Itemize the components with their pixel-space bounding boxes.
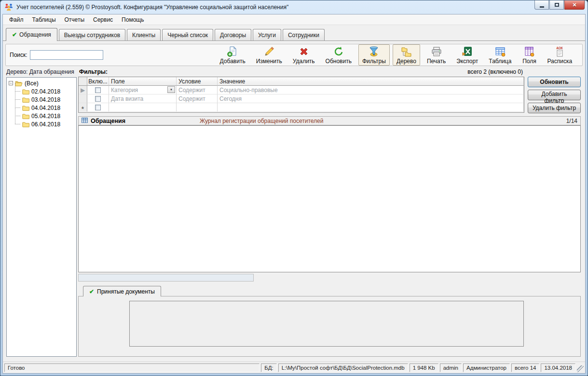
fields-button[interactable]: Поля — [518, 44, 540, 66]
tab-label: Услуги — [258, 32, 276, 39]
tree-title: Дерево: Дата обращения — [6, 67, 77, 76]
maximize-button[interactable] — [549, 0, 564, 10]
menu-item-help[interactable]: Помощь — [117, 15, 148, 25]
filters-counter: всего 2 (включено 0) — [467, 68, 523, 75]
tab-label: Выезды сотрудников — [64, 32, 120, 39]
filter-enabled-cell[interactable] — [87, 94, 109, 103]
window-title: Учет посетителей (2.559) © Prostoysoft. … — [16, 4, 534, 11]
filter-field-cell[interactable] — [109, 103, 177, 112]
tab-contracts[interactable]: Договоры — [215, 29, 251, 40]
filter-column-header: Вклю... — [87, 77, 109, 86]
menu-item-service[interactable]: Сервис — [89, 15, 117, 25]
documents-table[interactable] — [129, 301, 524, 347]
tree-node-label: 04.04.2018 — [31, 105, 60, 111]
title-bar[interactable]: Учет посетителей (2.559) © Prostoysoft. … — [0, 0, 588, 14]
tab-blacklist[interactable]: Черный список — [162, 29, 213, 40]
resize-grip[interactable] — [577, 365, 584, 372]
export-button[interactable]: Экспорт — [452, 44, 482, 66]
user-role: Администратор — [463, 363, 510, 372]
filters-grid[interactable]: Вклю...ПолеУсловиеЗначение▶Категория▼Сод… — [78, 77, 524, 113]
table-button[interactable]: Таблица — [485, 44, 515, 66]
checkbox-unchecked-icon[interactable] — [95, 105, 101, 110]
filter-condition-cell[interactable] — [177, 103, 218, 112]
folder-icon — [22, 113, 29, 119]
active-check-icon: ✔ — [89, 288, 94, 295]
tree-node-label: 06.04.2018 — [31, 121, 60, 128]
menu-item-file[interactable]: Файл — [5, 15, 28, 25]
tree-button[interactable]: Дерево — [393, 44, 420, 66]
menu-item-reports[interactable]: Отчеты — [60, 15, 89, 25]
tree-expander-icon[interactable]: − — [9, 81, 13, 85]
filter-value-cell[interactable]: Сегодня — [218, 94, 524, 103]
filter-row[interactable]: Дата визитаСодержитСегодня — [79, 94, 524, 103]
toolbar-button-label: Фильтры — [362, 58, 386, 65]
requests-subtitle: Журнал регистрации обращений посетителей — [200, 118, 323, 124]
filter-field-cell[interactable]: Дата визита — [109, 94, 177, 103]
tab-services[interactable]: Услуги — [253, 29, 281, 40]
table-small-icon — [82, 118, 88, 124]
filter-condition-cell[interactable]: Содержит — [177, 94, 218, 103]
refresh-button[interactable]: Обновить — [322, 44, 356, 66]
requests-table[interactable] — [78, 125, 581, 272]
minimize-button[interactable] — [534, 0, 549, 10]
tree-folders-icon — [400, 46, 412, 57]
refresh-filters-button[interactable]: Обновить — [528, 77, 581, 87]
folder-icon — [22, 88, 29, 94]
app-window: Учет посетителей (2.559) © Prostoysoft. … — [0, 0, 588, 376]
horizontal-scrollbar[interactable] — [78, 274, 254, 282]
filter-field-cell[interactable]: Категория▼ — [109, 86, 177, 94]
tree-node-date[interactable]: 04.04.2018 — [8, 104, 75, 112]
receipt-button[interactable]: АОКРасписка — [543, 44, 576, 66]
edit-button[interactable]: Изменить — [252, 44, 286, 66]
checkbox-unchecked-icon[interactable] — [95, 96, 101, 102]
search-input[interactable] — [30, 50, 103, 60]
filter-enabled-cell[interactable] — [87, 86, 109, 94]
menu-item-tables[interactable]: Таблицы — [28, 15, 60, 25]
receipt-icon: АОК — [554, 46, 565, 57]
folder-icon — [22, 96, 29, 103]
delete-button[interactable]: Удалить — [289, 44, 319, 66]
add-button[interactable]: Добавить — [216, 44, 249, 66]
filter-column-header: Условие — [177, 77, 218, 86]
filter-row-selector: * — [79, 103, 87, 112]
current-user: admin — [440, 363, 462, 372]
filter-funnel-icon — [368, 46, 380, 57]
tab-staff[interactable]: Сотрудники — [283, 29, 325, 40]
filter-row[interactable]: ▶Категория▼СодержитСоциально-правовые — [79, 86, 524, 94]
tree-node-date[interactable]: 06.04.2018 — [8, 120, 75, 128]
filter-condition-cell[interactable]: Содержит — [177, 86, 218, 94]
print-button[interactable]: Печать — [423, 44, 450, 66]
tab-staff-visits[interactable]: Выезды сотрудников — [59, 29, 125, 40]
toolbar-buttons: ДобавитьИзменитьУдалитьОбновитьФильтрыДе… — [216, 44, 576, 66]
date-tree[interactable]: −(Все)02.04.201803.04.201804.04.201805.0… — [6, 77, 77, 357]
remove-filter-button[interactable]: Удалить фильтр — [528, 103, 581, 113]
tab-label: Клиенты — [132, 32, 155, 39]
tree-node-date[interactable]: 05.04.2018 — [8, 112, 75, 120]
filters-button[interactable]: Фильтры — [358, 44, 390, 66]
filter-enabled-cell[interactable] — [87, 103, 109, 112]
toolbar-button-label: Печать — [427, 58, 446, 65]
toolbar-button-label: Добавить — [220, 58, 246, 65]
tree-node-all[interactable]: −(Все) — [8, 79, 75, 87]
tree-node-date[interactable]: 02.04.2018 — [8, 87, 75, 95]
filter-buttons: ОбновитьДобавить фильтрУдалить фильтр — [528, 77, 581, 113]
filter-value-cell[interactable]: Социально-правовые — [218, 86, 524, 94]
tab-requests[interactable]: ✔Обращения — [6, 28, 57, 41]
filter-row[interactable]: * — [79, 103, 524, 112]
filter-row-selector: ▶ — [79, 86, 87, 94]
tab-clients[interactable]: Клиенты — [127, 29, 161, 40]
toolbar-button-label: Обновить — [326, 58, 352, 65]
requests-title: Обращения — [91, 118, 125, 124]
documents-box — [78, 296, 581, 357]
minimize-icon — [540, 6, 544, 8]
tab-accepted-documents[interactable]: ✔ Принятые документы — [83, 286, 161, 296]
checkbox-unchecked-icon[interactable] — [95, 87, 101, 93]
search-label: Поиск: — [10, 52, 27, 58]
tab-label: Договоры — [220, 32, 246, 39]
tree-node-date[interactable]: 03.04.2018 — [8, 95, 75, 104]
add-filter-button[interactable]: Добавить фильтр — [528, 90, 581, 100]
dropdown-arrow-icon[interactable]: ▼ — [167, 86, 175, 93]
fields-icon — [523, 46, 535, 57]
filter-value-cell[interactable] — [218, 103, 524, 112]
close-button[interactable]: ✕ — [564, 0, 585, 10]
